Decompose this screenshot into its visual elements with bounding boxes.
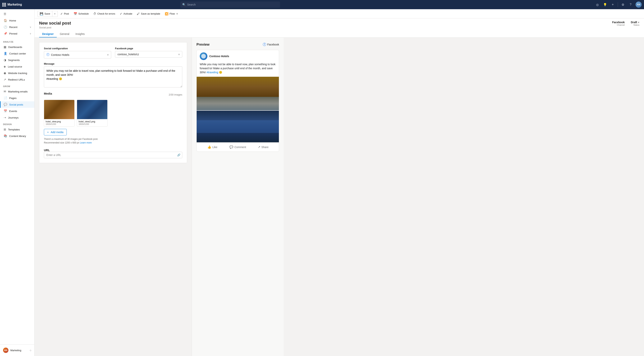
share-icon: ↗ (258, 145, 260, 149)
preview-text: While you may not be able to travel now,… (197, 62, 279, 77)
like-label: Like (212, 146, 217, 149)
media-section: Media 2/30 images hotel_view.png 1800x1 (44, 92, 182, 145)
schedule-button[interactable]: 📅 Schedule (72, 11, 91, 17)
lightbulb-icon[interactable]: 💡 (602, 2, 608, 7)
tab-general[interactable]: General (57, 31, 72, 38)
check-errors-button[interactable]: ⏱ Check for errors (92, 11, 117, 17)
sidebar-item-segments[interactable]: ◑ Segments (0, 57, 34, 63)
post-button[interactable]: ✓ Post (58, 11, 71, 17)
preview-share-button[interactable]: ↗ Share (250, 144, 276, 150)
link-icon: 🔗 (177, 153, 180, 157)
sidebar-top: ☰ 🏠 Home 🕐 Recent ∨ 📌 Pinned ∨ (0, 9, 34, 38)
preview-panel: Preview ⓕ Facebook Contoso Hotels (192, 38, 284, 356)
social-config-value: Contoso Hotels (51, 53, 106, 56)
preview-comment-button[interactable]: 💬 Comment (225, 144, 250, 150)
social-config-select[interactable]: ⓕ Contoso Hotels ∨ (44, 51, 111, 59)
sidebar-item-pages[interactable]: 📄 Pages (0, 95, 34, 101)
preview-like-button[interactable]: 👍 Like (200, 144, 225, 150)
flow-button[interactable]: 🔀 Flow ∨ (163, 11, 180, 17)
message-group: Message While you may not be able to tra… (44, 62, 182, 88)
like-icon: 👍 (208, 145, 211, 149)
search-bar[interactable]: 🔍 (180, 2, 280, 8)
waffle-menu-icon[interactable] (2, 3, 6, 7)
add-media-icon: + (47, 131, 49, 134)
sidebar-item-lead-source[interactable]: ◈ Lead source (0, 63, 34, 70)
form-card: Social configuration ⓕ Contoso Hotels ∨ … (39, 42, 187, 163)
facebook-page-select[interactable]: contoso_hotels/cz ∨ (115, 51, 182, 58)
social-config-row: Social configuration ⓕ Contoso Hotels ∨ … (44, 47, 182, 59)
target-icon[interactable]: ◎ (595, 2, 600, 7)
preview-channel: ⓕ Facebook (263, 42, 279, 47)
page-header-left: New social post Social post (39, 21, 71, 29)
sidebar-item-home[interactable]: 🏠 Home (0, 17, 34, 24)
sidebar-item-label: Segments (8, 59, 31, 62)
sidebar-item-events[interactable]: 📅 Events (0, 108, 34, 114)
sidebar-item-recent[interactable]: 🕐 Recent ∨ (0, 24, 34, 30)
media-item-1[interactable]: hotel_view.png 1800x1200 (44, 100, 74, 127)
tabs: Designer General Insights (39, 31, 640, 38)
sidebar-item-dashboards[interactable]: ▦ Dashboards (0, 44, 34, 50)
preview-title: Preview (196, 43, 210, 47)
sidebar-item-label: Pages (9, 97, 31, 100)
social-config-label: Social configuration (44, 47, 111, 50)
save-as-template-button[interactable]: 🖊 Save as template (135, 11, 162, 17)
save-dropdown-button[interactable]: ∨ (52, 11, 58, 17)
chevron-down-icon: ∨ (30, 26, 31, 28)
sidebar-footer-item[interactable]: AN Marketing ◇ (0, 346, 34, 354)
comment-icon: 💬 (230, 145, 233, 149)
status-value: Draft (631, 21, 637, 24)
sidebar-item-website-tracking[interactable]: ◉ Website tracking (0, 70, 34, 76)
user-avatar[interactable]: AN (636, 2, 642, 8)
sidebar-item-contact-center[interactable]: 👤 Contact center (0, 50, 34, 57)
sidebar-item-content-library[interactable]: 📚 Content library (0, 133, 34, 139)
sidebar-item-hamburger[interactable]: ☰ (0, 11, 34, 17)
url-section: URL 🔗 (44, 148, 182, 158)
sidebar-item-label: Templates (8, 128, 31, 131)
save-icon: 💾 (40, 12, 43, 16)
tab-insights[interactable]: Insights (72, 31, 88, 38)
save-button[interactable]: 💾 Save (38, 11, 52, 17)
sidebar-item-label: Recent (9, 26, 28, 29)
learn-more-link[interactable]: Learn more (80, 141, 92, 144)
sidebar-item-label: Social posts (9, 103, 31, 106)
main-content: Social configuration ⓕ Contoso Hotels ∨ … (34, 38, 644, 356)
redirect-urls-icon: ↗ (4, 78, 6, 81)
events-icon: 📅 (4, 109, 7, 113)
preview-header: Preview ⓕ Facebook (196, 42, 279, 47)
page-header-meta: Facebook Channel Draft ∨ Status (612, 21, 640, 26)
schedule-icon: 📅 (74, 12, 77, 16)
check-errors-icon: ⏱ (93, 12, 96, 15)
save-button-group: 💾 Save ∨ (38, 11, 58, 17)
media-item-2[interactable]: hotel_view2.png 1800x1200 (77, 100, 108, 127)
page-header: New social post Social post Facebook Cha… (34, 19, 644, 38)
sidebar-section-analyze: Analyze (0, 38, 34, 44)
sidebar-item-social-posts[interactable]: 💬 Social posts (0, 101, 34, 108)
activate-icon: ✓ (120, 12, 122, 16)
sidebar-item-marketing-emails[interactable]: ✉ Marketing emails (0, 88, 34, 95)
activate-button[interactable]: ✓ Activate (118, 11, 134, 17)
sidebar-item-templates[interactable]: ⊞ Templates (0, 126, 34, 133)
chevron-down-icon: ∨ (107, 54, 109, 56)
preview-images (197, 77, 279, 142)
content-library-icon: 📚 (4, 134, 7, 138)
url-input[interactable] (44, 152, 182, 158)
sidebar-item-pinned[interactable]: 📌 Pinned ∨ (0, 30, 34, 37)
tab-designer[interactable]: Designer (39, 31, 57, 38)
media-header: Media 2/30 images (44, 92, 182, 97)
settings-icon[interactable]: ⚙ (620, 2, 626, 7)
top-navigation: Marketing 🔍 ◎ 💡 + ⚙ ? AN (0, 0, 644, 9)
sidebar-item-journeys[interactable]: ⇢ Journeys (0, 114, 34, 121)
help-icon[interactable]: ? (628, 2, 633, 7)
top-nav-right: ◎ 💡 + ⚙ ? AN (595, 2, 642, 8)
search-input[interactable] (187, 3, 278, 6)
add-media-button[interactable]: + Add media (44, 129, 67, 135)
status-label: Status (631, 24, 640, 26)
media-thumbnail-1 (44, 100, 74, 119)
hotel-pool-cool (197, 111, 279, 142)
url-input-wrapper: 🔗 (44, 152, 182, 158)
status-dropdown[interactable]: Draft ∨ (631, 21, 640, 24)
message-textarea[interactable]: While you may not be able to travel now,… (44, 66, 182, 88)
page-title: New social post (39, 21, 71, 26)
sidebar-item-redirect-urls[interactable]: ↗ Redirect URLs (0, 76, 34, 83)
add-icon[interactable]: + (610, 2, 616, 7)
